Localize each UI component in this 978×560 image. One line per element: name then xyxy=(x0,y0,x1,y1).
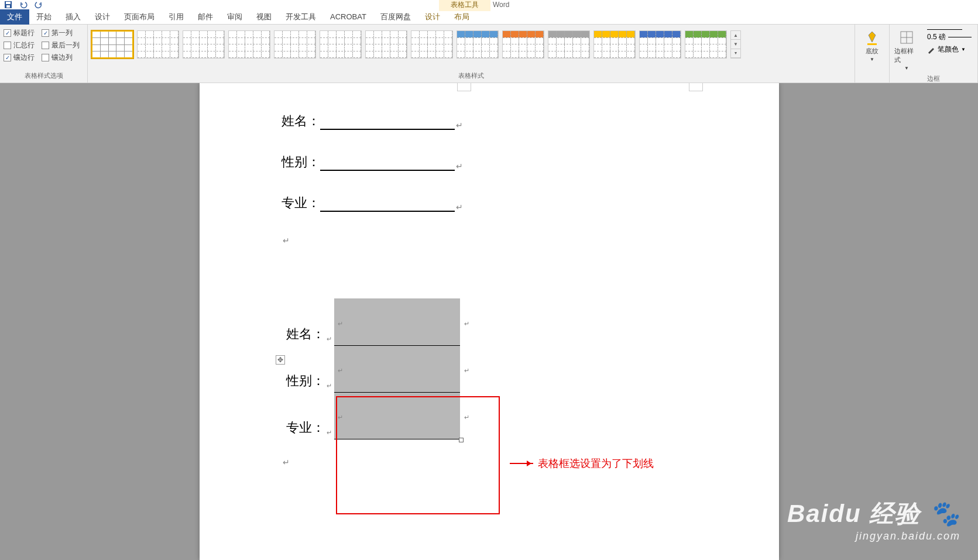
group-shading: 底纹 ▼ xyxy=(855,25,890,83)
tab-baidu[interactable]: 百度网盘 xyxy=(373,9,418,25)
chk-banded-rows-label: 镶边行 xyxy=(13,53,35,63)
chk-first-column[interactable]: ✓第一列 xyxy=(42,28,73,38)
svg-rect-1 xyxy=(6,2,11,4)
tab-file[interactable]: 文件 xyxy=(0,9,29,25)
table-style-thumb[interactable] xyxy=(228,30,270,59)
table-tools-label: 表格工具 xyxy=(439,0,490,11)
shading-label: 底纹 xyxy=(866,47,879,56)
tab-review[interactable]: 审阅 xyxy=(220,9,249,25)
tab-insert[interactable]: 插入 xyxy=(59,9,88,25)
table-styles-gallery: ▲▼▾ xyxy=(91,27,851,70)
page[interactable]: 姓名： ↵ 性别： ↵ 专业： ↵ ↵ ✥ 姓名：↵ ↵↵ 性别：↵ ↵↵ xyxy=(200,83,779,560)
cell-label-major[interactable]: 专业：↵ xyxy=(282,392,334,439)
label-major: 专业： xyxy=(282,194,320,212)
table-style-thumb[interactable] xyxy=(639,30,681,59)
cell-value-name[interactable]: ↵↵ xyxy=(334,298,460,345)
table-style-thumb[interactable] xyxy=(183,30,225,59)
border-weight-selector[interactable]: 0.5 磅 xyxy=(927,32,972,42)
table-style-thumb[interactable] xyxy=(685,30,727,59)
underline-gender[interactable] xyxy=(320,157,455,171)
paw-icon: 🐾 xyxy=(929,499,960,528)
group-table-styles-label: 表格样式 xyxy=(91,71,851,80)
label-name: 姓名： xyxy=(282,112,320,130)
dropdown-icon: ▼ xyxy=(904,66,909,71)
table-style-thumb[interactable] xyxy=(91,30,133,59)
underline-major[interactable] xyxy=(320,198,455,212)
ribbon-tabs: 文件 开始 插入 设计 页面布局 引用 邮件 审阅 视图 开发工具 ACROBA… xyxy=(0,9,978,25)
group-style-options-label: 表格样式选项 xyxy=(4,71,84,80)
tab-page-layout[interactable]: 页面布局 xyxy=(117,9,162,25)
chk-header-row[interactable]: ✓标题行 xyxy=(4,28,35,38)
svg-rect-3 xyxy=(867,43,877,45)
border-styles-label: 边框样式 xyxy=(894,47,919,64)
undo-button[interactable] xyxy=(16,0,30,9)
annotation-arrow: 表格框选设置为了下划线 xyxy=(510,456,654,470)
cell-label-gender[interactable]: 性别：↵ xyxy=(282,345,334,392)
ruler-marker-right xyxy=(689,83,703,91)
chk-banded-rows[interactable]: ✓镶边行 xyxy=(4,53,35,63)
watermark: Baidu 经验 🐾 jingyan.baidu.com xyxy=(787,497,960,542)
chk-first-column-label: 第一列 xyxy=(52,28,73,38)
tab-developer[interactable]: 开发工具 xyxy=(279,9,323,25)
svg-rect-2 xyxy=(6,5,10,8)
chk-last-column-label: 最后一列 xyxy=(52,40,80,50)
table-row: 姓名：↵ ↵↵ xyxy=(282,298,460,345)
save-button[interactable] xyxy=(1,0,15,9)
paragraph-mark: ↵ xyxy=(456,162,463,171)
pen-color-button[interactable]: 笔颜色▼ xyxy=(927,44,972,54)
annotation-red-box xyxy=(336,396,500,514)
table-style-thumb[interactable] xyxy=(320,30,362,59)
tab-mailings[interactable]: 邮件 xyxy=(191,9,220,25)
table-style-thumb[interactable] xyxy=(548,30,590,59)
table-style-thumb[interactable] xyxy=(137,30,179,59)
chk-header-row-label: 标题行 xyxy=(13,28,35,38)
border-line-style[interactable] xyxy=(927,29,962,30)
tab-table-design[interactable]: 设计 xyxy=(418,9,447,25)
table-style-thumb[interactable] xyxy=(502,30,544,59)
dropdown-icon: ▼ xyxy=(870,57,874,62)
cell-label-name[interactable]: 姓名：↵ xyxy=(282,298,334,345)
group-borders: 边框样式 ▼ 0.5 磅 笔颜色▼ 边框 xyxy=(890,25,978,83)
table-style-thumb[interactable] xyxy=(274,30,316,59)
paragraph-mark: ↵ xyxy=(283,236,290,245)
table-style-thumb[interactable] xyxy=(457,30,499,59)
shading-button[interactable]: 底纹 ▼ xyxy=(859,27,886,64)
label-gender: 性别： xyxy=(282,153,320,171)
form-line-gender: 性别： ↵ xyxy=(282,153,697,171)
annotation-text: 表格框选设置为了下划线 xyxy=(538,456,654,470)
border-styles-button[interactable]: 边框样式 ▼ xyxy=(893,27,920,73)
table-style-thumb[interactable] xyxy=(411,30,453,59)
paragraph-mark: ↵ xyxy=(456,202,463,212)
chk-total-row-label: 汇总行 xyxy=(13,40,35,50)
form-line-major: 专业： ↵ xyxy=(282,194,697,212)
group-table-styles: ▲▼▾ 表格样式 xyxy=(88,25,855,83)
gallery-more-button[interactable]: ▲▼▾ xyxy=(730,30,741,59)
group-borders-label: 边框 xyxy=(893,74,974,83)
group-style-options: ✓标题行 ✓第一列 汇总行 最后一列 ✓镶边行 镶边列 表格样式选项 xyxy=(0,25,88,83)
paragraph-mark: ↵ xyxy=(456,121,463,130)
underline-name[interactable] xyxy=(320,116,455,130)
tab-design[interactable]: 设计 xyxy=(88,9,117,25)
tab-table-layout[interactable]: 布局 xyxy=(447,9,476,25)
table-row: 性别：↵ ↵↵ xyxy=(282,345,460,392)
pen-color-label: 笔颜色 xyxy=(938,44,959,54)
pen-icon xyxy=(927,46,935,54)
tab-acrobat[interactable]: ACROBAT xyxy=(323,9,373,25)
cell-value-gender[interactable]: ↵↵ xyxy=(334,345,460,392)
chk-total-row[interactable]: 汇总行 xyxy=(4,40,35,50)
ribbon: ✓标题行 ✓第一列 汇总行 最后一列 ✓镶边行 镶边列 表格样式选项 ▲▼▾ 表… xyxy=(0,25,978,83)
tab-references[interactable]: 引用 xyxy=(162,9,191,25)
chk-banded-columns[interactable]: 镶边列 xyxy=(42,53,73,63)
tab-home[interactable]: 开始 xyxy=(29,9,59,25)
form-line-name: 姓名： ↵ xyxy=(282,112,697,130)
chk-banded-columns-label: 镶边列 xyxy=(52,53,73,63)
title-bar: 文档1 - Word 表格工具 xyxy=(0,0,978,9)
chk-last-column[interactable]: 最后一列 xyxy=(42,40,80,50)
redo-button[interactable] xyxy=(32,0,46,9)
quick-access-toolbar xyxy=(0,0,46,9)
table-style-thumb[interactable] xyxy=(365,30,407,59)
table-style-thumb[interactable] xyxy=(593,30,636,59)
paragraph-mark: ↵ xyxy=(283,458,290,467)
ruler-marker-left xyxy=(457,83,471,91)
tab-view[interactable]: 视图 xyxy=(249,9,279,25)
